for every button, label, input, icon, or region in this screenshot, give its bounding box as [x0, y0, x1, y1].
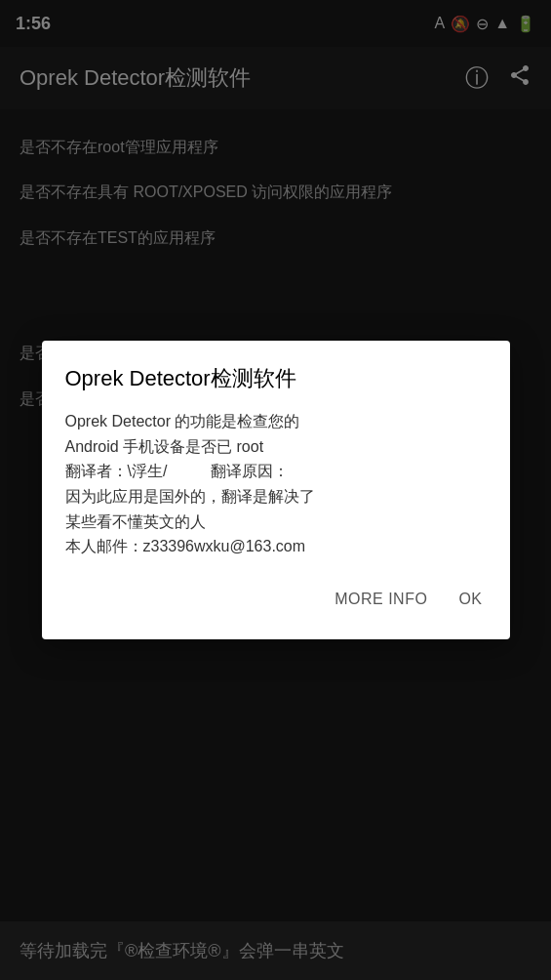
- dialog: Oprek Detector检测软件 Oprek Detector 的功能是检查…: [42, 341, 510, 639]
- dialog-overlay: Oprek Detector检测软件 Oprek Detector 的功能是检查…: [0, 0, 551, 980]
- ok-button[interactable]: OK: [454, 583, 486, 616]
- dialog-body: Oprek Detector 的功能是检查您的 Android 手机设备是否已 …: [65, 409, 487, 559]
- dialog-actions: MORE INFO OK: [65, 583, 487, 616]
- dialog-title: Oprek Detector检测软件: [65, 364, 487, 393]
- more-info-button[interactable]: MORE INFO: [331, 583, 431, 616]
